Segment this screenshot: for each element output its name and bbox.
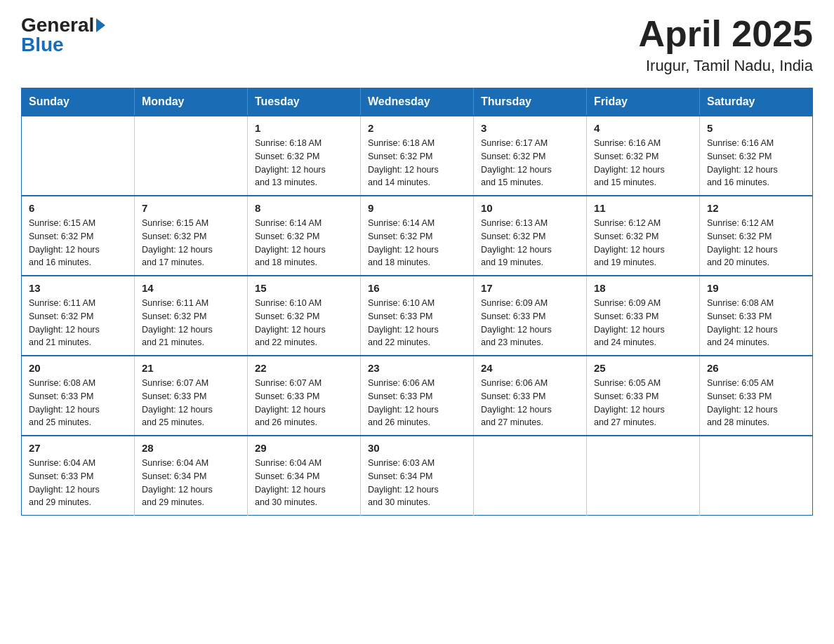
day-number: 15 [255, 282, 353, 294]
day-info: Sunrise: 6:15 AM Sunset: 6:32 PM Dayligh… [29, 217, 127, 269]
day-info: Sunrise: 6:08 AM Sunset: 6:33 PM Dayligh… [707, 297, 805, 349]
calendar-cell: 3Sunrise: 6:17 AM Sunset: 6:32 PM Daylig… [474, 116, 587, 196]
day-number: 8 [255, 202, 353, 214]
calendar-cell: 21Sunrise: 6:07 AM Sunset: 6:33 PM Dayli… [135, 356, 248, 436]
day-number: 18 [594, 282, 692, 294]
day-info: Sunrise: 6:18 AM Sunset: 6:32 PM Dayligh… [368, 137, 466, 189]
calendar-cell: 29Sunrise: 6:04 AM Sunset: 6:34 PM Dayli… [248, 436, 361, 516]
day-number: 25 [594, 362, 692, 374]
day-info: Sunrise: 6:06 AM Sunset: 6:33 PM Dayligh… [481, 377, 579, 429]
header-cell-sunday: Sunday [22, 88, 135, 116]
day-number: 16 [368, 282, 466, 294]
day-number: 6 [29, 202, 127, 214]
calendar-table: SundayMondayTuesdayWednesdayThursdayFrid… [21, 88, 813, 516]
day-info: Sunrise: 6:12 AM Sunset: 6:32 PM Dayligh… [594, 217, 692, 269]
day-info: Sunrise: 6:07 AM Sunset: 6:33 PM Dayligh… [255, 377, 353, 429]
day-info: Sunrise: 6:13 AM Sunset: 6:32 PM Dayligh… [481, 217, 579, 269]
header-cell-friday: Friday [587, 88, 700, 116]
calendar-cell: 6Sunrise: 6:15 AM Sunset: 6:32 PM Daylig… [22, 196, 135, 276]
calendar-cell: 22Sunrise: 6:07 AM Sunset: 6:33 PM Dayli… [248, 356, 361, 436]
day-info: Sunrise: 6:08 AM Sunset: 6:33 PM Dayligh… [29, 377, 127, 429]
calendar-cell: 16Sunrise: 6:10 AM Sunset: 6:33 PM Dayli… [361, 276, 474, 356]
day-info: Sunrise: 6:10 AM Sunset: 6:32 PM Dayligh… [255, 297, 353, 349]
day-number: 29 [255, 442, 353, 454]
day-info: Sunrise: 6:11 AM Sunset: 6:32 PM Dayligh… [142, 297, 240, 349]
calendar-cell: 28Sunrise: 6:04 AM Sunset: 6:34 PM Dayli… [135, 436, 248, 516]
calendar-cell: 27Sunrise: 6:04 AM Sunset: 6:33 PM Dayli… [22, 436, 135, 516]
calendar-cell [22, 116, 135, 196]
calendar-cell: 18Sunrise: 6:09 AM Sunset: 6:33 PM Dayli… [587, 276, 700, 356]
day-info: Sunrise: 6:17 AM Sunset: 6:32 PM Dayligh… [481, 137, 579, 189]
header-cell-monday: Monday [135, 88, 248, 116]
page-title: April 2025 [638, 14, 813, 54]
calendar-cell: 5Sunrise: 6:16 AM Sunset: 6:32 PM Daylig… [700, 116, 813, 196]
day-number: 30 [368, 442, 466, 454]
day-number: 27 [29, 442, 127, 454]
day-info: Sunrise: 6:05 AM Sunset: 6:33 PM Dayligh… [707, 377, 805, 429]
day-info: Sunrise: 6:09 AM Sunset: 6:33 PM Dayligh… [481, 297, 579, 349]
day-number: 26 [707, 362, 805, 374]
day-number: 14 [142, 282, 240, 294]
day-info: Sunrise: 6:09 AM Sunset: 6:33 PM Dayligh… [594, 297, 692, 349]
calendar-cell: 12Sunrise: 6:12 AM Sunset: 6:32 PM Dayli… [700, 196, 813, 276]
day-info: Sunrise: 6:04 AM Sunset: 6:34 PM Dayligh… [255, 457, 353, 509]
day-number: 3 [481, 122, 579, 134]
calendar-cell: 19Sunrise: 6:08 AM Sunset: 6:33 PM Dayli… [700, 276, 813, 356]
calendar-week-3: 13Sunrise: 6:11 AM Sunset: 6:32 PM Dayli… [22, 276, 813, 356]
day-info: Sunrise: 6:06 AM Sunset: 6:33 PM Dayligh… [368, 377, 466, 429]
calendar-cell: 4Sunrise: 6:16 AM Sunset: 6:32 PM Daylig… [587, 116, 700, 196]
day-info: Sunrise: 6:03 AM Sunset: 6:34 PM Dayligh… [368, 457, 466, 509]
day-number: 24 [481, 362, 579, 374]
calendar-header: SundayMondayTuesdayWednesdayThursdayFrid… [22, 88, 813, 116]
day-number: 23 [368, 362, 466, 374]
day-info: Sunrise: 6:04 AM Sunset: 6:33 PM Dayligh… [29, 457, 127, 509]
calendar-cell: 1Sunrise: 6:18 AM Sunset: 6:32 PM Daylig… [248, 116, 361, 196]
day-number: 9 [368, 202, 466, 214]
calendar-cell: 2Sunrise: 6:18 AM Sunset: 6:32 PM Daylig… [361, 116, 474, 196]
day-number: 10 [481, 202, 579, 214]
day-number: 1 [255, 122, 353, 134]
calendar-week-2: 6Sunrise: 6:15 AM Sunset: 6:32 PM Daylig… [22, 196, 813, 276]
day-number: 21 [142, 362, 240, 374]
calendar-cell: 7Sunrise: 6:15 AM Sunset: 6:32 PM Daylig… [135, 196, 248, 276]
day-number: 4 [594, 122, 692, 134]
day-info: Sunrise: 6:14 AM Sunset: 6:32 PM Dayligh… [255, 217, 353, 269]
day-number: 5 [707, 122, 805, 134]
calendar-week-4: 20Sunrise: 6:08 AM Sunset: 6:33 PM Dayli… [22, 356, 813, 436]
calendar-cell: 9Sunrise: 6:14 AM Sunset: 6:32 PM Daylig… [361, 196, 474, 276]
day-info: Sunrise: 6:04 AM Sunset: 6:34 PM Dayligh… [142, 457, 240, 509]
calendar-cell [135, 116, 248, 196]
calendar-cell: 8Sunrise: 6:14 AM Sunset: 6:32 PM Daylig… [248, 196, 361, 276]
day-number: 20 [29, 362, 127, 374]
day-info: Sunrise: 6:14 AM Sunset: 6:32 PM Dayligh… [368, 217, 466, 269]
day-info: Sunrise: 6:07 AM Sunset: 6:33 PM Dayligh… [142, 377, 240, 429]
logo: General Blue [21, 14, 148, 56]
day-number: 17 [481, 282, 579, 294]
calendar-cell: 25Sunrise: 6:05 AM Sunset: 6:33 PM Dayli… [587, 356, 700, 436]
calendar-cell: 23Sunrise: 6:06 AM Sunset: 6:33 PM Dayli… [361, 356, 474, 436]
calendar-body: 1Sunrise: 6:18 AM Sunset: 6:32 PM Daylig… [22, 116, 813, 516]
day-info: Sunrise: 6:18 AM Sunset: 6:32 PM Dayligh… [255, 137, 353, 189]
calendar-cell: 30Sunrise: 6:03 AM Sunset: 6:34 PM Dayli… [361, 436, 474, 516]
title-block: April 2025 Irugur, Tamil Nadu, India [638, 14, 813, 75]
day-number: 11 [594, 202, 692, 214]
day-info: Sunrise: 6:12 AM Sunset: 6:32 PM Dayligh… [707, 217, 805, 269]
header-cell-wednesday: Wednesday [361, 88, 474, 116]
header-cell-tuesday: Tuesday [248, 88, 361, 116]
header-cell-thursday: Thursday [474, 88, 587, 116]
page-header: General Blue April 2025 Irugur, Tamil Na… [21, 14, 813, 75]
logo-blue: Blue [21, 34, 148, 56]
calendar-cell: 26Sunrise: 6:05 AM Sunset: 6:33 PM Dayli… [700, 356, 813, 436]
calendar-cell: 11Sunrise: 6:12 AM Sunset: 6:32 PM Dayli… [587, 196, 700, 276]
day-number: 2 [368, 122, 466, 134]
calendar-cell: 14Sunrise: 6:11 AM Sunset: 6:32 PM Dayli… [135, 276, 248, 356]
day-number: 22 [255, 362, 353, 374]
calendar-cell: 20Sunrise: 6:08 AM Sunset: 6:33 PM Dayli… [22, 356, 135, 436]
day-info: Sunrise: 6:11 AM Sunset: 6:32 PM Dayligh… [29, 297, 127, 349]
day-number: 12 [707, 202, 805, 214]
logo-icon [96, 18, 105, 32]
calendar-cell: 17Sunrise: 6:09 AM Sunset: 6:33 PM Dayli… [474, 276, 587, 356]
calendar-week-5: 27Sunrise: 6:04 AM Sunset: 6:33 PM Dayli… [22, 436, 813, 516]
page-subtitle: Irugur, Tamil Nadu, India [638, 57, 813, 75]
header-row: SundayMondayTuesdayWednesdayThursdayFrid… [22, 88, 813, 116]
